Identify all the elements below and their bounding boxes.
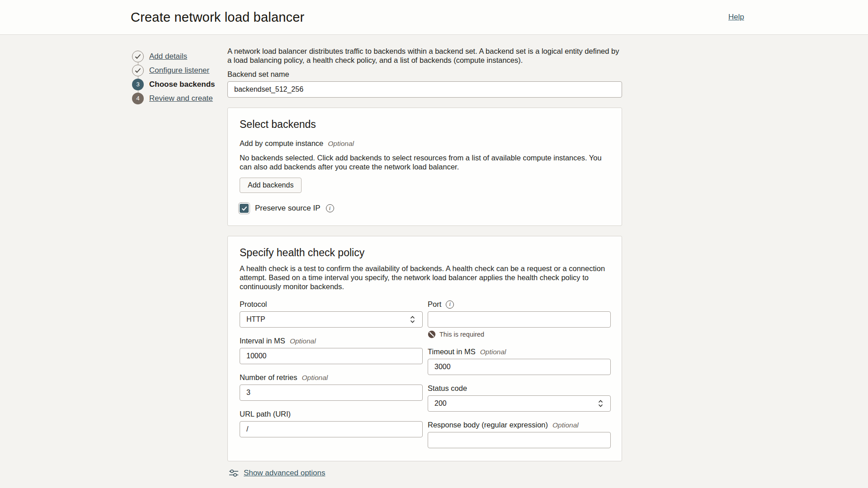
health-check-left-column: Protocol HTTP Interval in MS xyxy=(240,300,423,448)
page-header: Create network load balancer Help xyxy=(0,0,868,35)
status-code-select[interactable]: 200 xyxy=(428,395,611,412)
content-area: Add details Configure listener 3 Choose … xyxy=(0,35,868,478)
preserve-source-ip-checkbox[interactable] xyxy=(240,204,249,213)
health-check-title: Specify health check policy xyxy=(240,247,611,258)
optional-badge: Optional xyxy=(552,421,579,429)
stepper-label-add-details[interactable]: Add details xyxy=(149,52,187,61)
optional-badge: Optional xyxy=(302,374,328,382)
response-body-input[interactable] xyxy=(428,432,611,448)
timeout-input[interactable] xyxy=(428,359,611,375)
backend-set-name-input[interactable] xyxy=(227,81,622,98)
protocol-select[interactable]: HTTP xyxy=(240,311,423,328)
optional-badge: Optional xyxy=(480,348,506,356)
port-label: Port xyxy=(428,300,441,309)
step-complete-check-icon xyxy=(132,65,144,76)
port-error-message: This is required xyxy=(439,331,484,338)
health-check-right-column: Port i This is required xyxy=(428,300,611,448)
intro-text: A network load balancer distributes traf… xyxy=(227,47,622,65)
no-backends-description: No backends selected. Click add backends… xyxy=(240,153,611,171)
optional-badge: Optional xyxy=(328,140,354,148)
health-check-card: Specify health check policy A health che… xyxy=(227,236,622,461)
preserve-source-ip-info-icon[interactable]: i xyxy=(326,204,334,212)
stepper-label-configure-listener[interactable]: Configure listener xyxy=(149,66,209,75)
step-number-badge: 3 xyxy=(132,79,144,90)
interval-label: Interval in MS xyxy=(240,337,285,345)
show-advanced-options-link[interactable]: Show advanced options xyxy=(244,469,326,478)
port-info-icon[interactable]: i xyxy=(446,300,454,309)
chevron-updown-icon xyxy=(410,316,415,323)
checkmark-icon xyxy=(241,206,247,211)
step-number-badge: 4 xyxy=(132,93,144,104)
stepper-step-choose-backends: 3 Choose backends xyxy=(132,77,227,91)
wizard-stepper: Add details Configure listener 3 Choose … xyxy=(132,49,227,105)
chevron-updown-icon xyxy=(598,400,603,407)
stepper-step-configure-listener[interactable]: Configure listener xyxy=(132,63,227,77)
backend-set-name-label: Backend set name xyxy=(227,70,289,79)
stepper-step-add-details[interactable]: Add details xyxy=(132,49,227,63)
step-complete-check-icon xyxy=(132,51,144,62)
error-icon xyxy=(428,330,436,338)
help-link[interactable]: Help xyxy=(728,13,744,22)
main-panel: A network load balancer distributes traf… xyxy=(227,47,622,478)
add-backends-button[interactable]: Add backends xyxy=(240,178,302,193)
protocol-selected-value: HTTP xyxy=(246,315,265,324)
retries-input[interactable] xyxy=(240,385,423,401)
url-path-input[interactable] xyxy=(240,421,423,437)
preserve-source-ip-label: Preserve source IP xyxy=(255,204,321,213)
timeout-label: Timeout in MS xyxy=(428,347,476,356)
add-by-compute-instance-label: Add by compute instance xyxy=(240,139,323,148)
port-input[interactable] xyxy=(428,311,611,328)
stepper-label-review-create[interactable]: Review and create xyxy=(149,94,213,103)
page-title: Create network load balancer xyxy=(131,10,304,25)
response-body-label: Response body (regular expression) xyxy=(428,421,548,429)
sliders-icon xyxy=(229,469,239,478)
select-backends-title: Select backends xyxy=(240,119,611,130)
optional-badge: Optional xyxy=(290,337,316,345)
protocol-label: Protocol xyxy=(240,300,267,309)
select-backends-card: Select backends Add by compute instance … xyxy=(227,108,622,226)
stepper-step-review-create[interactable]: 4 Review and create xyxy=(132,91,227,105)
status-code-label: Status code xyxy=(428,384,467,393)
stepper-label-choose-backends: Choose backends xyxy=(149,80,215,89)
url-path-label: URL path (URI) xyxy=(240,410,291,418)
interval-input[interactable] xyxy=(240,348,423,364)
retries-label: Number of retries xyxy=(240,373,297,382)
health-check-description: A health check is a test to confirm the … xyxy=(240,264,611,291)
status-code-selected-value: 200 xyxy=(434,399,447,408)
